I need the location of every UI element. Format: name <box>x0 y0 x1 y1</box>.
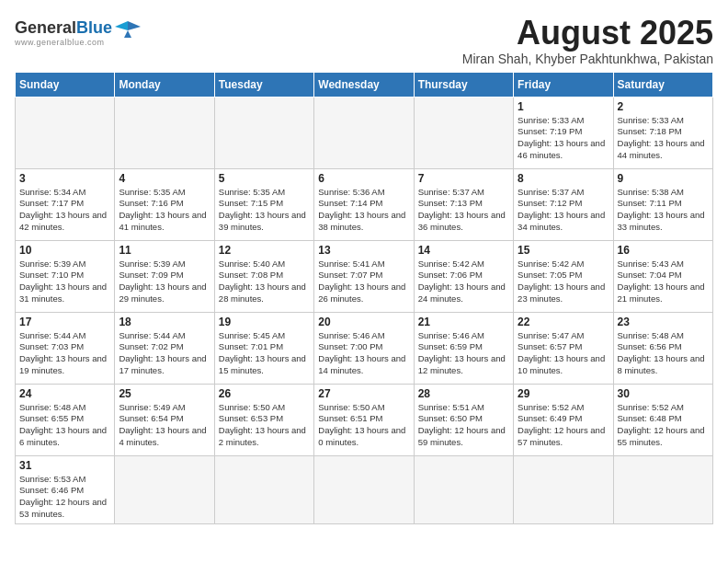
day-number: 4 <box>119 172 210 185</box>
calendar-day-cell: 1Sunrise: 5:33 AM Sunset: 7:19 PM Daylig… <box>514 97 613 168</box>
page-header: GeneralBlue www.generalblue.com August 2… <box>15 15 713 66</box>
calendar-day-cell <box>514 455 613 523</box>
calendar-day-cell <box>214 455 313 523</box>
day-number: 13 <box>318 244 409 257</box>
weekday-header: Wednesday <box>314 72 414 97</box>
logo-text: GeneralBlue <box>15 18 141 38</box>
calendar-day-cell: 28Sunrise: 5:51 AM Sunset: 6:50 PM Dayli… <box>414 384 513 455</box>
calendar-day-cell <box>314 455 414 523</box>
calendar-day-cell: 31Sunrise: 5:53 AM Sunset: 6:46 PM Dayli… <box>16 455 115 523</box>
weekday-header: Thursday <box>414 72 513 97</box>
calendar-day-cell: 2Sunrise: 5:33 AM Sunset: 7:18 PM Daylig… <box>613 97 712 168</box>
calendar-day-cell: 7Sunrise: 5:37 AM Sunset: 7:13 PM Daylig… <box>414 168 513 240</box>
day-info: Sunrise: 5:49 AM Sunset: 6:54 PM Dayligh… <box>119 402 210 449</box>
calendar-day-cell: 26Sunrise: 5:50 AM Sunset: 6:53 PM Dayli… <box>214 384 313 455</box>
calendar-week-row: 24Sunrise: 5:48 AM Sunset: 6:55 PM Dayli… <box>16 384 713 455</box>
day-info: Sunrise: 5:39 AM Sunset: 7:09 PM Dayligh… <box>119 259 210 305</box>
day-number: 10 <box>19 244 110 257</box>
day-info: Sunrise: 5:37 AM Sunset: 7:13 PM Dayligh… <box>418 187 509 234</box>
day-number: 15 <box>518 244 609 257</box>
calendar-day-cell: 3Sunrise: 5:34 AM Sunset: 7:17 PM Daylig… <box>16 168 115 240</box>
calendar-day-cell: 29Sunrise: 5:52 AM Sunset: 6:49 PM Dayli… <box>514 384 613 455</box>
calendar-day-cell <box>414 455 513 523</box>
calendar-day-cell <box>414 97 513 168</box>
page-title: August 2025 <box>462 15 713 52</box>
day-info: Sunrise: 5:41 AM Sunset: 7:07 PM Dayligh… <box>318 259 409 305</box>
page-subtitle: Miran Shah, Khyber Pakhtunkhwa, Pakistan <box>462 52 713 66</box>
weekday-header: Friday <box>514 72 613 97</box>
day-number: 20 <box>318 316 409 328</box>
calendar-week-row: 1Sunrise: 5:33 AM Sunset: 7:19 PM Daylig… <box>16 97 713 168</box>
day-info: Sunrise: 5:50 AM Sunset: 6:51 PM Dayligh… <box>318 402 409 449</box>
day-info: Sunrise: 5:46 AM Sunset: 7:00 PM Dayligh… <box>318 330 409 377</box>
weekday-header: Monday <box>115 72 214 97</box>
calendar-day-cell: 21Sunrise: 5:46 AM Sunset: 6:59 PM Dayli… <box>414 312 513 384</box>
calendar-day-cell: 23Sunrise: 5:48 AM Sunset: 6:56 PM Dayli… <box>613 312 712 384</box>
day-number: 1 <box>518 100 609 113</box>
day-info: Sunrise: 5:35 AM Sunset: 7:16 PM Dayligh… <box>119 187 210 234</box>
calendar-day-cell: 16Sunrise: 5:43 AM Sunset: 7:04 PM Dayli… <box>613 240 712 312</box>
day-number: 9 <box>618 172 709 185</box>
svg-marker-0 <box>128 21 141 30</box>
day-number: 28 <box>418 387 509 400</box>
calendar-day-cell: 5Sunrise: 5:35 AM Sunset: 7:15 PM Daylig… <box>214 168 313 240</box>
day-number: 27 <box>318 387 409 400</box>
day-info: Sunrise: 5:38 AM Sunset: 7:11 PM Dayligh… <box>618 187 709 234</box>
calendar-day-cell: 17Sunrise: 5:44 AM Sunset: 7:03 PM Dayli… <box>16 312 115 384</box>
day-number: 23 <box>618 316 709 328</box>
day-info: Sunrise: 5:34 AM Sunset: 7:17 PM Dayligh… <box>19 187 110 234</box>
day-info: Sunrise: 5:36 AM Sunset: 7:14 PM Dayligh… <box>318 187 409 234</box>
day-info: Sunrise: 5:40 AM Sunset: 7:08 PM Dayligh… <box>219 259 310 305</box>
day-number: 12 <box>219 244 310 257</box>
calendar-day-cell: 18Sunrise: 5:44 AM Sunset: 7:02 PM Dayli… <box>115 312 214 384</box>
calendar-day-cell: 13Sunrise: 5:41 AM Sunset: 7:07 PM Dayli… <box>314 240 414 312</box>
day-number: 8 <box>518 172 609 185</box>
calendar-day-cell: 30Sunrise: 5:52 AM Sunset: 6:48 PM Dayli… <box>613 384 712 455</box>
calendar-day-cell: 12Sunrise: 5:40 AM Sunset: 7:08 PM Dayli… <box>214 240 313 312</box>
weekday-header: Saturday <box>613 72 712 97</box>
calendar-day-cell: 4Sunrise: 5:35 AM Sunset: 7:16 PM Daylig… <box>115 168 214 240</box>
calendar-day-cell <box>16 97 115 168</box>
day-number: 26 <box>219 387 310 400</box>
calendar-day-cell: 20Sunrise: 5:46 AM Sunset: 7:00 PM Dayli… <box>314 312 414 384</box>
day-number: 25 <box>119 387 210 400</box>
day-number: 5 <box>219 172 310 185</box>
day-info: Sunrise: 5:43 AM Sunset: 7:04 PM Dayligh… <box>618 259 709 305</box>
day-number: 22 <box>518 316 609 328</box>
svg-marker-2 <box>124 30 131 38</box>
svg-marker-1 <box>115 21 128 30</box>
day-number: 6 <box>318 172 409 185</box>
day-info: Sunrise: 5:44 AM Sunset: 7:02 PM Dayligh… <box>119 330 210 377</box>
day-info: Sunrise: 5:48 AM Sunset: 6:55 PM Dayligh… <box>19 402 110 449</box>
weekday-header: Tuesday <box>214 72 313 97</box>
day-info: Sunrise: 5:33 AM Sunset: 7:19 PM Dayligh… <box>518 115 609 162</box>
logo: GeneralBlue www.generalblue.com <box>15 15 141 47</box>
logo-bird-icon <box>115 19 141 38</box>
day-number: 2 <box>618 100 709 113</box>
calendar-day-cell: 6Sunrise: 5:36 AM Sunset: 7:14 PM Daylig… <box>314 168 414 240</box>
calendar-day-cell <box>613 455 712 523</box>
day-info: Sunrise: 5:52 AM Sunset: 6:48 PM Dayligh… <box>618 402 709 449</box>
day-number: 29 <box>518 387 609 400</box>
calendar-day-cell <box>115 455 214 523</box>
logo-subtext: www.generalblue.com <box>15 38 105 47</box>
day-info: Sunrise: 5:46 AM Sunset: 6:59 PM Dayligh… <box>418 330 509 377</box>
day-info: Sunrise: 5:50 AM Sunset: 6:53 PM Dayligh… <box>219 402 310 449</box>
calendar-day-cell: 24Sunrise: 5:48 AM Sunset: 6:55 PM Dayli… <box>16 384 115 455</box>
day-number: 31 <box>19 459 110 472</box>
calendar-day-cell: 14Sunrise: 5:42 AM Sunset: 7:06 PM Dayli… <box>414 240 513 312</box>
calendar-day-cell: 19Sunrise: 5:45 AM Sunset: 7:01 PM Dayli… <box>214 312 313 384</box>
day-info: Sunrise: 5:39 AM Sunset: 7:10 PM Dayligh… <box>19 259 110 305</box>
day-info: Sunrise: 5:51 AM Sunset: 6:50 PM Dayligh… <box>418 402 509 449</box>
logo-general: General <box>15 18 76 38</box>
day-info: Sunrise: 5:37 AM Sunset: 7:12 PM Dayligh… <box>518 187 609 234</box>
day-number: 18 <box>119 316 210 328</box>
day-number: 7 <box>418 172 509 185</box>
calendar-week-row: 31Sunrise: 5:53 AM Sunset: 6:46 PM Dayli… <box>16 455 713 523</box>
calendar-day-cell: 27Sunrise: 5:50 AM Sunset: 6:51 PM Dayli… <box>314 384 414 455</box>
calendar-week-row: 17Sunrise: 5:44 AM Sunset: 7:03 PM Dayli… <box>16 312 713 384</box>
day-number: 17 <box>19 316 110 328</box>
day-number: 30 <box>618 387 709 400</box>
day-number: 19 <box>219 316 310 328</box>
calendar-day-cell: 25Sunrise: 5:49 AM Sunset: 6:54 PM Dayli… <box>115 384 214 455</box>
